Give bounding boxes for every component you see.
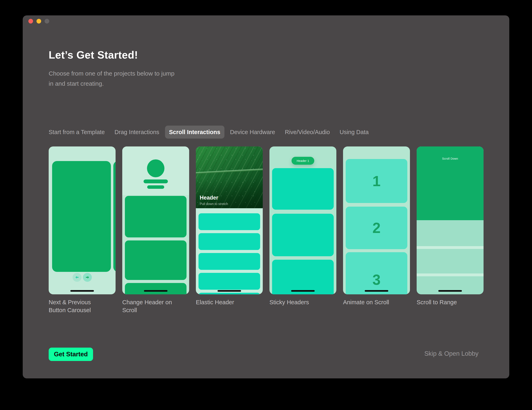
numbered-block-3: 3 xyxy=(346,252,407,294)
photo-header-text: Header Pull down to stretch xyxy=(200,195,228,206)
home-indicator xyxy=(70,290,94,292)
card-label: Change Header on Scroll xyxy=(122,298,174,314)
tab-device-hardware[interactable]: Device Hardware xyxy=(226,126,279,138)
content-block xyxy=(272,260,334,294)
list-row xyxy=(199,233,260,250)
card-label: Animate on Scroll xyxy=(343,298,395,306)
close-button[interactable] xyxy=(28,19,33,24)
carousel-next-slide-peek xyxy=(113,161,115,272)
arrow-right-icon xyxy=(85,275,90,280)
page-subtitle: Choose from one of the projects below to… xyxy=(49,68,176,89)
green-header-area: Scroll Down xyxy=(417,146,484,220)
category-tabs: Start from a Template Drag Interactions … xyxy=(45,126,373,138)
tab-using-data[interactable]: Using Data xyxy=(335,126,373,138)
avatar xyxy=(147,159,164,177)
sticky-header-pill: Header 1 xyxy=(292,157,314,165)
carousel-slide xyxy=(52,161,111,272)
block-number: 2 xyxy=(372,219,380,236)
tab-rive-video-audio[interactable]: Rive/Video/Audio xyxy=(281,126,334,138)
phone-preview-animate-on-scroll: 1 2 3 xyxy=(343,146,410,294)
phone-preview-scroll-to-range: Scroll Down xyxy=(417,146,484,294)
home-indicator xyxy=(438,290,462,292)
row-separator xyxy=(417,246,484,249)
block-number: 1 xyxy=(372,173,380,189)
numbered-block-2: 2 xyxy=(346,207,407,249)
numbered-block-1: 1 xyxy=(346,159,407,203)
header-title: Header xyxy=(200,195,228,201)
scroll-down-hint: Scroll Down xyxy=(417,157,484,160)
leaf-photo: Header Pull down to stretch xyxy=(196,146,263,208)
list-row xyxy=(199,293,260,294)
onboarding-window: Let’s Get Started! Choose from one of th… xyxy=(23,15,509,378)
skip-open-lobby-link[interactable]: Skip & Open Lobby xyxy=(424,350,478,357)
template-card-scroll-to-range[interactable]: Scroll Down Scroll to Range xyxy=(417,146,484,314)
row-separator xyxy=(417,273,484,276)
tab-start-from-a-template[interactable]: Start from a Template xyxy=(45,126,109,138)
list-row xyxy=(199,253,260,270)
content-block xyxy=(125,283,187,294)
phone-preview-change-header xyxy=(122,146,189,294)
content-block xyxy=(125,240,187,280)
template-card-elastic-header[interactable]: Header Pull down to stretch Elastic Head… xyxy=(196,146,263,314)
subtitle-placeholder-bar xyxy=(147,185,164,189)
card-label: Elastic Header xyxy=(196,298,247,306)
phone-preview-sticky-headers: Header 1 xyxy=(269,146,336,294)
block-number: 3 xyxy=(372,272,380,288)
template-card-change-header-on-scroll[interactable]: Change Header on Scroll xyxy=(122,146,189,314)
list-row xyxy=(199,273,260,290)
phone-preview-elastic-header: Header Pull down to stretch xyxy=(196,146,263,294)
tab-scroll-interactions[interactable]: Scroll Interactions xyxy=(165,126,224,138)
minimize-button[interactable] xyxy=(37,19,41,24)
window-controls xyxy=(28,19,49,24)
next-button xyxy=(83,273,92,282)
home-indicator xyxy=(144,290,167,292)
card-label: Next & Previous Button Carousel xyxy=(49,298,100,314)
get-started-button[interactable]: Get Started xyxy=(49,348,93,361)
arrow-left-icon xyxy=(75,275,79,280)
template-card-row: Next & Previous Button Carousel Change H… xyxy=(49,146,484,314)
zoom-button[interactable] xyxy=(45,19,49,24)
home-indicator xyxy=(218,290,241,292)
leaf-vein xyxy=(196,168,263,174)
tab-drag-interactions[interactable]: Drag Interactions xyxy=(111,126,163,138)
card-label: Scroll to Range xyxy=(417,298,468,306)
phone-preview-carousel xyxy=(49,146,115,294)
template-card-sticky-headers[interactable]: Header 1 Sticky Headers xyxy=(269,146,336,314)
home-indicator xyxy=(365,290,388,292)
content-block xyxy=(272,168,334,210)
template-card-animate-on-scroll[interactable]: 1 2 3 Animate on Scroll xyxy=(343,146,410,314)
card-label: Sticky Headers xyxy=(269,298,321,306)
list-row xyxy=(199,213,260,230)
home-indicator xyxy=(291,290,315,292)
content-block xyxy=(272,214,334,256)
content-block xyxy=(125,196,187,237)
template-card-next-previous-carousel[interactable]: Next & Previous Button Carousel xyxy=(49,146,115,314)
previous-button xyxy=(73,273,82,282)
name-placeholder-bar xyxy=(143,180,168,183)
header-subtitle: Pull down to stretch xyxy=(200,202,228,206)
page-title: Let’s Get Started! xyxy=(49,49,138,61)
